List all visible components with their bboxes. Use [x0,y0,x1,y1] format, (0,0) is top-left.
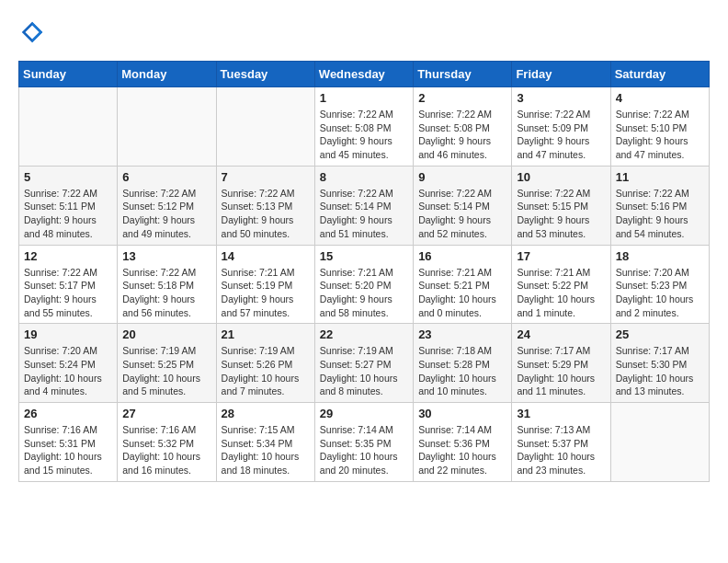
logo-icon [18,18,46,46]
day-number: 17 [517,249,605,263]
day-number: 24 [517,327,605,341]
day-number: 28 [222,407,310,420]
day-cell [610,403,709,482]
day-cell: 14Sunrise: 7:21 AM Sunset: 5:19 PM Dayli… [216,245,314,324]
day-cell: 1Sunrise: 7:22 AM Sunset: 5:08 PM Daylig… [314,87,413,167]
day-number: 23 [418,327,506,341]
day-cell: 19Sunrise: 7:20 AM Sunset: 5:24 PM Dayli… [19,324,118,403]
weekday-header-tuesday: Tuesday [216,62,314,87]
day-number: 26 [24,407,112,420]
day-number: 13 [122,249,210,263]
day-info: Sunrise: 7:16 AM Sunset: 5:32 PM Dayligh… [122,423,210,477]
day-cell: 7Sunrise: 7:22 AM Sunset: 5:13 PM Daylig… [216,166,314,245]
day-cell: 9Sunrise: 7:22 AM Sunset: 5:14 PM Daylig… [414,166,512,245]
day-number: 5 [24,170,112,184]
weekday-header-sunday: Sunday [19,62,118,87]
day-info: Sunrise: 7:18 AM Sunset: 5:28 PM Dayligh… [418,344,506,398]
day-info: Sunrise: 7:21 AM Sunset: 5:20 PM Dayligh… [320,266,408,320]
day-cell: 21Sunrise: 7:19 AM Sunset: 5:26 PM Dayli… [216,324,314,403]
day-info: Sunrise: 7:22 AM Sunset: 5:14 PM Dayligh… [418,187,506,241]
day-cell: 29Sunrise: 7:14 AM Sunset: 5:35 PM Dayli… [314,403,413,482]
day-cell [216,87,314,167]
day-cell: 30Sunrise: 7:14 AM Sunset: 5:36 PM Dayli… [414,403,512,482]
day-cell: 6Sunrise: 7:22 AM Sunset: 5:12 PM Daylig… [118,166,216,245]
header [18,18,710,46]
day-number: 18 [616,249,704,263]
day-number: 31 [517,407,605,420]
day-info: Sunrise: 7:22 AM Sunset: 5:10 PM Dayligh… [616,108,704,162]
day-cell: 11Sunrise: 7:22 AM Sunset: 5:16 PM Dayli… [610,166,709,245]
day-cell: 3Sunrise: 7:22 AM Sunset: 5:09 PM Daylig… [512,87,610,167]
week-row-4: 19Sunrise: 7:20 AM Sunset: 5:24 PM Dayli… [19,324,710,403]
day-number: 22 [320,327,408,341]
day-cell: 20Sunrise: 7:19 AM Sunset: 5:25 PM Dayli… [118,324,216,403]
day-cell: 23Sunrise: 7:18 AM Sunset: 5:28 PM Dayli… [414,324,512,403]
day-info: Sunrise: 7:20 AM Sunset: 5:23 PM Dayligh… [616,266,704,320]
day-cell: 28Sunrise: 7:15 AM Sunset: 5:34 PM Dayli… [216,403,314,482]
day-info: Sunrise: 7:14 AM Sunset: 5:36 PM Dayligh… [418,423,506,477]
day-cell: 18Sunrise: 7:20 AM Sunset: 5:23 PM Dayli… [610,245,709,324]
day-info: Sunrise: 7:15 AM Sunset: 5:34 PM Dayligh… [222,423,310,477]
day-number: 6 [122,170,210,184]
weekday-header-friday: Friday [512,62,610,87]
day-cell: 13Sunrise: 7:22 AM Sunset: 5:18 PM Dayli… [118,245,216,324]
day-cell: 16Sunrise: 7:21 AM Sunset: 5:21 PM Dayli… [414,245,512,324]
day-number: 15 [320,249,408,263]
page-container: SundayMondayTuesdayWednesdayThursdayFrid… [0,0,728,491]
day-cell: 25Sunrise: 7:17 AM Sunset: 5:30 PM Dayli… [610,324,709,403]
weekday-header-monday: Monday [118,62,216,87]
day-cell: 4Sunrise: 7:22 AM Sunset: 5:10 PM Daylig… [610,87,709,167]
week-row-3: 12Sunrise: 7:22 AM Sunset: 5:17 PM Dayli… [19,245,710,324]
day-number: 12 [24,249,112,263]
day-number: 9 [418,170,506,184]
day-info: Sunrise: 7:21 AM Sunset: 5:19 PM Dayligh… [222,266,310,320]
day-cell: 12Sunrise: 7:22 AM Sunset: 5:17 PM Dayli… [19,245,118,324]
day-number: 8 [320,170,408,184]
day-number: 14 [222,249,310,263]
day-cell: 10Sunrise: 7:22 AM Sunset: 5:15 PM Dayli… [512,166,610,245]
day-number: 30 [418,407,506,420]
weekday-header-thursday: Thursday [414,62,512,87]
day-info: Sunrise: 7:17 AM Sunset: 5:29 PM Dayligh… [517,344,605,398]
day-number: 1 [320,91,408,105]
day-info: Sunrise: 7:21 AM Sunset: 5:21 PM Dayligh… [418,266,506,320]
day-number: 11 [616,170,704,184]
day-cell: 22Sunrise: 7:19 AM Sunset: 5:27 PM Dayli… [314,324,413,403]
day-number: 10 [517,170,605,184]
day-info: Sunrise: 7:20 AM Sunset: 5:24 PM Dayligh… [24,344,112,398]
logo [18,18,50,46]
day-info: Sunrise: 7:19 AM Sunset: 5:26 PM Dayligh… [222,344,310,398]
day-cell: 8Sunrise: 7:22 AM Sunset: 5:14 PM Daylig… [314,166,413,245]
day-info: Sunrise: 7:22 AM Sunset: 5:17 PM Dayligh… [24,266,112,320]
day-number: 4 [616,91,704,105]
day-number: 3 [517,91,605,105]
week-row-2: 5Sunrise: 7:22 AM Sunset: 5:11 PM Daylig… [19,166,710,245]
day-info: Sunrise: 7:22 AM Sunset: 5:15 PM Dayligh… [517,187,605,241]
calendar: SundayMondayTuesdayWednesdayThursdayFrid… [18,61,710,482]
day-number: 19 [24,327,112,341]
day-cell [19,87,118,167]
week-row-1: 1Sunrise: 7:22 AM Sunset: 5:08 PM Daylig… [19,87,710,167]
day-info: Sunrise: 7:19 AM Sunset: 5:25 PM Dayligh… [122,344,210,398]
day-number: 2 [418,91,506,105]
day-number: 20 [122,327,210,341]
day-info: Sunrise: 7:17 AM Sunset: 5:30 PM Dayligh… [616,344,704,398]
day-number: 21 [222,327,310,341]
day-info: Sunrise: 7:22 AM Sunset: 5:12 PM Dayligh… [122,187,210,241]
day-info: Sunrise: 7:22 AM Sunset: 5:09 PM Dayligh… [517,108,605,162]
day-info: Sunrise: 7:16 AM Sunset: 5:31 PM Dayligh… [24,423,112,477]
day-info: Sunrise: 7:14 AM Sunset: 5:35 PM Dayligh… [320,423,408,477]
day-cell: 17Sunrise: 7:21 AM Sunset: 5:22 PM Dayli… [512,245,610,324]
day-info: Sunrise: 7:22 AM Sunset: 5:16 PM Dayligh… [616,187,704,241]
day-cell: 2Sunrise: 7:22 AM Sunset: 5:08 PM Daylig… [414,87,512,167]
day-info: Sunrise: 7:22 AM Sunset: 5:08 PM Dayligh… [418,108,506,162]
day-cell: 27Sunrise: 7:16 AM Sunset: 5:32 PM Dayli… [118,403,216,482]
day-info: Sunrise: 7:22 AM Sunset: 5:18 PM Dayligh… [122,266,210,320]
weekday-header-wednesday: Wednesday [314,62,413,87]
day-cell: 5Sunrise: 7:22 AM Sunset: 5:11 PM Daylig… [19,166,118,245]
weekday-header-saturday: Saturday [610,62,709,87]
day-info: Sunrise: 7:13 AM Sunset: 5:37 PM Dayligh… [517,423,605,477]
day-number: 16 [418,249,506,263]
day-info: Sunrise: 7:22 AM Sunset: 5:08 PM Dayligh… [320,108,408,162]
day-number: 7 [222,170,310,184]
